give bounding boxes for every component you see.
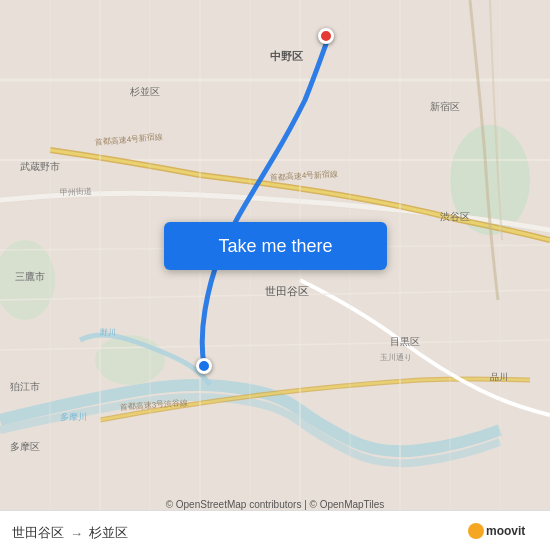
svg-text:多摩区: 多摩区 <box>10 441 40 452</box>
svg-text:武蔵野市: 武蔵野市 <box>20 161 60 172</box>
destination-label: 杉並区 <box>89 524 128 542</box>
take-me-there-button[interactable]: Take me there <box>164 222 387 270</box>
svg-text:品川: 品川 <box>490 372 508 382</box>
route-labels: 世田谷区 → 杉並区 <box>12 524 128 542</box>
destination-marker <box>318 28 334 44</box>
route-arrow: → <box>70 526 83 541</box>
svg-text:狛江市: 狛江市 <box>10 381 40 392</box>
svg-text:野川: 野川 <box>100 328 116 337</box>
origin-marker <box>196 358 212 374</box>
svg-text:中野区: 中野区 <box>270 50 303 62</box>
map-container: 武蔵野市 三鷹市 狛江市 多摩区 杉並区 中野区 新宿区 渋谷区 世田谷区 目黒… <box>0 0 550 550</box>
svg-text:渋谷区: 渋谷区 <box>440 211 470 222</box>
svg-text:世田谷区: 世田谷区 <box>265 285 309 297</box>
svg-text:目黒区: 目黒区 <box>390 336 420 347</box>
svg-text:moovit: moovit <box>486 524 525 538</box>
origin-label: 世田谷区 <box>12 524 64 542</box>
svg-text:新宿区: 新宿区 <box>430 101 460 112</box>
svg-text:多摩川: 多摩川 <box>60 412 87 422</box>
map-background: 武蔵野市 三鷹市 狛江市 多摩区 杉並区 中野区 新宿区 渋谷区 世田谷区 目黒… <box>0 0 550 550</box>
svg-text:甲州街道: 甲州街道 <box>60 187 92 197</box>
svg-text:杉並区: 杉並区 <box>129 86 160 97</box>
svg-text:玉川通り: 玉川通り <box>380 353 412 362</box>
svg-rect-0 <box>0 0 550 550</box>
svg-point-37 <box>468 523 484 539</box>
moovit-logo: moovit <box>468 521 538 541</box>
svg-text:三鷹市: 三鷹市 <box>15 271 45 282</box>
bottom-navigation-bar: 世田谷区 → 杉並区 moovit <box>0 510 550 550</box>
map-attribution: © OpenStreetMap contributors | © OpenMap… <box>0 499 550 510</box>
